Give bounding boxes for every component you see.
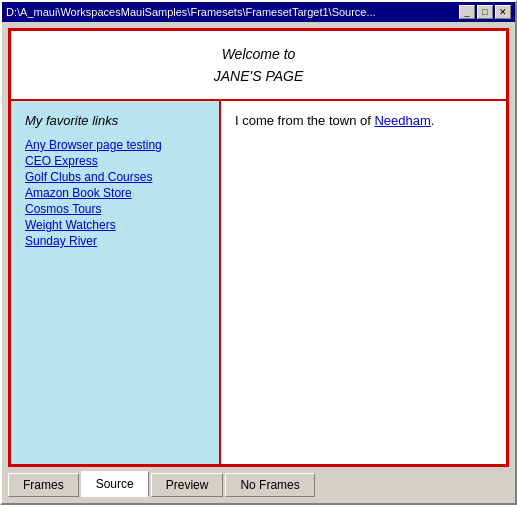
main-frame: Welcome to JANE'S PAGE My favorite links… [8,28,509,467]
title-bar-buttons: _ □ ✕ [459,5,511,19]
link-sunday-river[interactable]: Sunday River [25,234,97,248]
link-weight-watchers[interactable]: Weight Watchers [25,218,116,232]
tab-frames[interactable]: Frames [8,473,79,497]
main-window: D:\A_maui\WorkspacesMauiSamples\Frameset… [0,0,517,505]
list-item: CEO Express [25,154,205,168]
tab-preview[interactable]: Preview [151,473,224,497]
list-item: Amazon Book Store [25,186,205,200]
close-button[interactable]: ✕ [495,5,511,19]
bottom-frames: My favorite links Any Browser page testi… [11,101,506,464]
title-bar-text: D:\A_maui\WorkspacesMauiSamples\Frameset… [6,6,459,18]
favorites-heading: My favorite links [25,113,205,128]
left-frame: My favorite links Any Browser page testi… [11,101,221,464]
link-cosmos-tours[interactable]: Cosmos Tours [25,202,101,216]
welcome-text: Welcome to JANE'S PAGE [214,43,304,88]
right-text-before: I come from the town of [235,113,374,128]
link-list: Any Browser page testing CEO Express Gol… [25,138,205,248]
tab-source[interactable]: Source [81,471,149,497]
right-text-after: . [431,113,435,128]
welcome-line1: Welcome to [214,43,304,65]
welcome-line2: JANE'S PAGE [214,65,304,87]
list-item: Weight Watchers [25,218,205,232]
right-frame: I come from the town of Needham. [221,101,506,464]
link-golf-clubs[interactable]: Golf Clubs and Courses [25,170,152,184]
list-item: Cosmos Tours [25,202,205,216]
tab-bar: Frames Source Preview No Frames [8,469,509,497]
link-ceo-express[interactable]: CEO Express [25,154,98,168]
tab-no-frames[interactable]: No Frames [225,473,314,497]
content-area: Welcome to JANE'S PAGE My favorite links… [2,22,515,503]
maximize-button[interactable]: □ [477,5,493,19]
right-text: I come from the town of Needham. [235,113,492,128]
link-amazon[interactable]: Amazon Book Store [25,186,132,200]
minimize-button[interactable]: _ [459,5,475,19]
list-item: Sunday River [25,234,205,248]
link-browser-testing[interactable]: Any Browser page testing [25,138,162,152]
list-item: Golf Clubs and Courses [25,170,205,184]
needham-link[interactable]: Needham [374,113,430,128]
top-frame: Welcome to JANE'S PAGE [11,31,506,101]
list-item: Any Browser page testing [25,138,205,152]
title-bar: D:\A_maui\WorkspacesMauiSamples\Frameset… [2,2,515,22]
